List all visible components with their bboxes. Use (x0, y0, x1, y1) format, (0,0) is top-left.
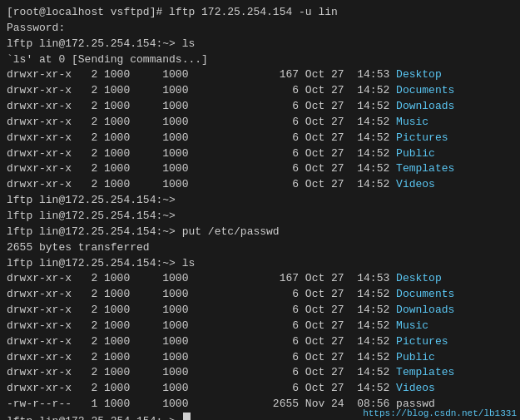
terminal-line: drwxr-xr-x 2 1000 1000 6 Oct 27 14:52 Do… (7, 303, 513, 319)
terminal: [root@localhost vsftpd]# lftp 172.25.254… (0, 0, 520, 420)
dir-info: drwxr-xr-x 2 1000 1000 6 Oct 27 14:52 (7, 115, 396, 131)
line-text: lftp lin@172.25.254.154:~> ls (7, 256, 195, 272)
terminal-line: lftp lin@172.25.254.154:~> ls (7, 37, 513, 52)
line-text: `ls' at 0 [Sending commands...] (7, 52, 208, 68)
dir-info: drwxr-xr-x 2 1000 1000 167 Oct 27 14:53 (7, 271, 396, 287)
cursor (183, 413, 191, 420)
watermark: https://blog.csdn.net/lb1331 (363, 408, 517, 418)
dir-name: Music (396, 115, 428, 131)
terminal-line: lftp lin@172.25.254.154:~> (7, 193, 513, 209)
dir-info: drwxr-xr-x 2 1000 1000 6 Oct 27 14:52 (7, 287, 396, 303)
terminal-line: drwxr-xr-x 2 1000 1000 6 Oct 27 14:52 Pu… (7, 350, 513, 366)
dir-name: Music (396, 319, 428, 334)
terminal-line: Password: (7, 21, 513, 37)
dir-info: drwxr-xr-x 2 1000 1000 6 Oct 27 14:52 (7, 83, 396, 99)
terminal-line: drwxr-xr-x 2 1000 1000 6 Oct 27 14:52 Pu… (7, 146, 513, 162)
terminal-line: drwxr-xr-x 2 1000 1000 6 Oct 27 14:52 Mu… (7, 115, 513, 131)
terminal-line: 2655 bytes transferred (7, 240, 513, 256)
line-text: lftp lin@172.25.254.154:~> put /etc/pass… (7, 225, 280, 240)
dir-info: drwxr-xr-x 2 1000 1000 6 Oct 27 14:52 (7, 303, 396, 319)
terminal-line: drwxr-xr-x 2 1000 1000 167 Oct 27 14:53 … (7, 67, 513, 83)
dir-name: Downloads (396, 99, 454, 115)
dir-name: Desktop (396, 67, 442, 83)
dir-name: Videos (396, 381, 435, 397)
terminal-line: drwxr-xr-x 2 1000 1000 6 Oct 27 14:52 Te… (7, 365, 513, 381)
terminal-line: lftp lin@172.25.254.154:~> put /etc/pass… (7, 225, 513, 240)
dir-name: Desktop (396, 271, 442, 287)
dir-info: drwxr-xr-x 2 1000 1000 6 Oct 27 14:52 (7, 131, 396, 146)
terminal-line: drwxr-xr-x 2 1000 1000 6 Oct 27 14:52 Do… (7, 287, 513, 303)
dir-name: Downloads (396, 303, 454, 319)
dir-name: Documents (396, 287, 454, 303)
dir-info: drwxr-xr-x 2 1000 1000 6 Oct 27 14:52 (7, 334, 396, 350)
terminal-line: lftp lin@172.25.254.154:~> (7, 209, 513, 225)
dir-name: Public (396, 350, 435, 366)
terminal-line: drwxr-xr-x 2 1000 1000 6 Oct 27 14:52 Mu… (7, 319, 513, 334)
dir-info: drwxr-xr-x 2 1000 1000 6 Oct 27 14:52 (7, 99, 396, 115)
dir-name: Templates (396, 161, 454, 177)
dir-info: drwxr-xr-x 2 1000 1000 6 Oct 27 14:52 (7, 381, 396, 397)
line-text: 2655 bytes transferred (7, 240, 150, 256)
terminal-line: drwxr-xr-x 2 1000 1000 6 Oct 27 14:52 Pi… (7, 131, 513, 146)
dir-info: drwxr-xr-x 2 1000 1000 6 Oct 27 14:52 (7, 177, 396, 193)
dir-info: drwxr-xr-x 2 1000 1000 167 Oct 27 14:53 (7, 67, 396, 83)
terminal-line: drwxr-xr-x 2 1000 1000 6 Oct 27 14:52 Te… (7, 161, 513, 177)
line-text: lftp lin@172.25.254.154:~> (7, 209, 176, 225)
dir-name: Pictures (396, 131, 448, 146)
dir-name: Documents (396, 83, 454, 99)
dir-info: drwxr-xr-x 2 1000 1000 6 Oct 27 14:52 (7, 146, 396, 162)
dir-info: drwxr-xr-x 2 1000 1000 6 Oct 27 14:52 (7, 350, 396, 366)
dir-name: Pictures (396, 334, 448, 350)
dir-info: drwxr-xr-x 2 1000 1000 6 Oct 27 14:52 (7, 365, 396, 381)
dir-name: Videos (396, 177, 435, 193)
terminal-line: drwxr-xr-x 2 1000 1000 6 Oct 27 14:52 Pi… (7, 334, 513, 350)
line-text: Password: (7, 21, 65, 37)
terminal-line: drwxr-xr-x 2 1000 1000 6 Oct 27 14:52 Do… (7, 99, 513, 115)
line-text: [root@localhost vsftpd]# lftp 172.25.254… (7, 5, 338, 21)
terminal-line: drwxr-xr-x 2 1000 1000 167 Oct 27 14:53 … (7, 271, 513, 287)
line-text: lftp lin@172.25.254.154:~> (7, 193, 176, 209)
prompt-text: lftp lin@172.25.254.154:~> (7, 414, 182, 420)
terminal-line: [root@localhost vsftpd]# lftp 172.25.254… (7, 5, 513, 21)
terminal-line: drwxr-xr-x 2 1000 1000 6 Oct 27 14:52 Do… (7, 83, 513, 99)
terminal-line: lftp lin@172.25.254.154:~> ls (7, 256, 513, 272)
terminal-line: drwxr-xr-x 2 1000 1000 6 Oct 27 14:52 Vi… (7, 177, 513, 193)
dir-info: drwxr-xr-x 2 1000 1000 6 Oct 27 14:52 (7, 161, 396, 177)
terminal-line: `ls' at 0 [Sending commands...] (7, 52, 513, 68)
line-text: lftp lin@172.25.254.154:~> ls (7, 37, 195, 52)
dir-name: Templates (396, 365, 454, 381)
dir-info: drwxr-xr-x 2 1000 1000 6 Oct 27 14:52 (7, 319, 396, 334)
terminal-line: drwxr-xr-x 2 1000 1000 6 Oct 27 14:52 Vi… (7, 381, 513, 397)
dir-name: Public (396, 146, 435, 162)
